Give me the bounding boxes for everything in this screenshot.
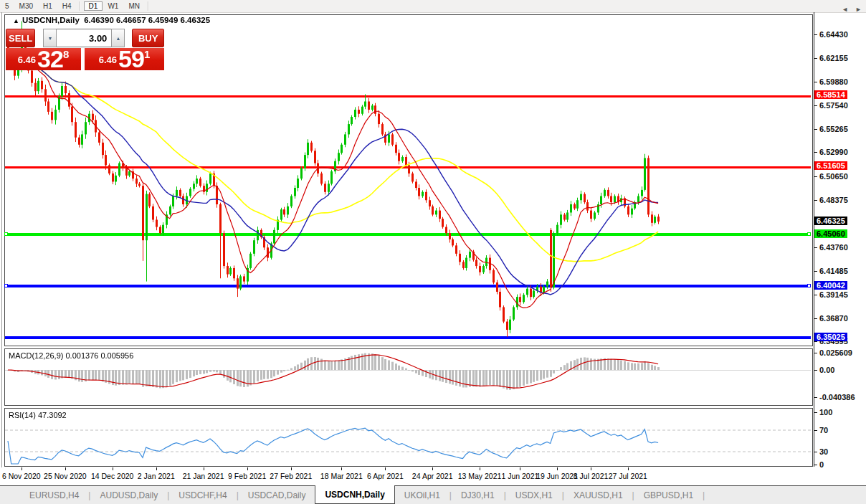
rsi-axis-tick: [814, 412, 817, 413]
level-line-handle[interactable]: [807, 232, 811, 236]
buy-price-pip: 1: [144, 49, 150, 60]
chart-title: ▲USDCNH,Daily 6.46390 6.46657 6.45949 6.…: [13, 16, 210, 24]
sell-button[interactable]: SELL: [6, 29, 35, 47]
toolbar-separator: [148, 1, 149, 11]
chart-tab-audusd[interactable]: AUDUSD,Daily: [90, 486, 167, 504]
sell-price-main: 32: [37, 48, 63, 70]
sell-price-tile[interactable]: 6.46 32 8: [6, 48, 81, 70]
tab-scroll-right-icon[interactable]: ►: [855, 6, 862, 13]
rsi-value: 47.3092: [38, 411, 67, 419]
date-label: 25 Nov 2020: [44, 472, 87, 480]
macd-axis-tick: [814, 370, 817, 371]
rsi-label: RSI(14) 47.3092: [9, 411, 67, 419]
level-line-handle[interactable]: [4, 284, 8, 287]
chart-tab-bar: EURUSD,H4|AUDUSD,Daily|USDCHF,H4|USDCAD,…: [0, 485, 866, 504]
price-tick-label: 6.50650: [819, 172, 848, 181]
price-tick-mark: [814, 200, 817, 201]
timeframe-button-mn[interactable]: MN: [123, 1, 145, 11]
chart-tab-usdcad[interactable]: USDCAD,Daily: [239, 486, 315, 504]
chart-tab-usdx[interactable]: USDX,H1: [506, 486, 562, 504]
timeframe-button-d1[interactable]: D1: [84, 1, 103, 11]
level-line-handle[interactable]: [4, 232, 8, 236]
rsi-name: RSI(14): [9, 411, 36, 419]
tab-separator: |: [703, 486, 705, 504]
rsi-axis-label: 100: [819, 408, 832, 417]
price-tick-label: 6.62155: [819, 54, 848, 62]
chart-tab-usdchf[interactable]: USDCHF,H4: [169, 486, 236, 504]
date-label: 13 May 2021: [458, 472, 502, 480]
rsi-axis-label: 0: [819, 460, 824, 469]
price-tick-mark: [814, 152, 817, 153]
date-tick-mark: [520, 467, 520, 470]
date-tick-mark: [480, 467, 480, 470]
date-label: 18 Mar 2021: [320, 472, 363, 480]
timeframe-button-w1[interactable]: W1: [103, 1, 123, 11]
price-tick-mark: [814, 318, 817, 319]
date-axis[interactable]: 6 Nov 202025 Nov 202014 Dec 20202 Jan 20…: [0, 467, 814, 485]
price-axis-divider: [814, 12, 814, 467]
rsi-axis-tick: [814, 465, 817, 465]
macd-values: 0.001376 0.005956: [65, 351, 133, 360]
window-left-edge: [1, 12, 2, 485]
rsi-axis-tick: [814, 452, 817, 452]
chart-tab-usdcnh[interactable]: USDCNH,Daily: [315, 485, 394, 504]
timeframe-button-h1[interactable]: H1: [38, 1, 57, 11]
timeframe-button-5[interactable]: 5: [0, 1, 14, 11]
price-tick-label: 6.43760: [819, 243, 848, 252]
date-tick-mark: [341, 467, 342, 470]
level-line-handle[interactable]: [807, 284, 811, 287]
rsi-subwindow[interactable]: RSI(14) 47.3092: [4, 408, 813, 467]
price-level-badge: 6.58514: [814, 90, 847, 99]
price-tick-mark: [814, 105, 817, 106]
macd-axis-label: 0.025609: [819, 348, 852, 357]
price-level-badge: 6.51605: [814, 161, 847, 170]
chart-tab-xauusd[interactable]: XAUUSD,H1: [564, 486, 632, 504]
timeframe-button-m30[interactable]: M30: [14, 1, 38, 11]
date-tick-mark: [385, 467, 386, 470]
date-label: 9 Feb 2021: [228, 472, 266, 480]
price-tick-mark: [814, 247, 817, 248]
chart-ohlc-values: 6.46390 6.46657 6.45949 6.46325: [84, 16, 210, 24]
date-tick-mark: [204, 467, 204, 470]
buy-price-main: 59: [118, 48, 144, 70]
date-label: 8 Jul 2021: [574, 472, 608, 480]
rsi-canvas[interactable]: [5, 409, 811, 465]
macd-axis-tick: [814, 353, 817, 353]
price-tick-label: 6.55265: [819, 125, 848, 133]
macd-axis-label: 0.00: [819, 366, 834, 374]
rsi-axis-tick: [814, 430, 817, 431]
chart-tab-eurusd[interactable]: EURUSD,H4: [20, 486, 88, 504]
collapse-triangle-icon[interactable]: ▲: [13, 17, 19, 24]
chart-tab-dj30[interactable]: DJ30,H1: [452, 486, 504, 504]
buy-price-tile[interactable]: 6.46 59 1: [85, 48, 164, 70]
date-label: 2 Jan 2021: [138, 472, 175, 480]
sell-price-prefix: 6.46: [18, 51, 36, 70]
macd-subwindow[interactable]: MACD(12,26,9) 0.001376 0.005956: [4, 348, 813, 406]
terminal-window: 5M30H1H4D1W1MN ▲USDCNH,Daily 6.46390 6.4…: [0, 0, 866, 504]
tab-scroll-left-icon[interactable]: ◄: [842, 6, 848, 13]
date-label: 24 Apr 2021: [412, 472, 453, 480]
macd-name: MACD(12,26,9): [9, 351, 63, 360]
price-tick-label: 6.48375: [819, 196, 848, 204]
chart-tab-gbpusd[interactable]: GBPUSD,H1: [634, 486, 703, 504]
date-label: 6 Apr 2021: [367, 472, 404, 480]
price-tick-mark: [814, 58, 817, 59]
date-label: 27 Feb 2021: [270, 472, 312, 480]
volume-input[interactable]: 3.00: [57, 29, 111, 47]
date-tick-mark: [247, 467, 248, 470]
timeframe-button-h4[interactable]: H4: [57, 1, 77, 11]
price-tick-mark: [814, 176, 817, 177]
date-tick-mark: [65, 467, 66, 470]
chart-tab-ukoil[interactable]: UKOil,H1: [395, 486, 449, 504]
date-label: 14 Dec 2020: [91, 472, 134, 480]
price-tick-label: 6.57540: [819, 101, 848, 110]
toolbar-separator: [80, 1, 81, 11]
date-tick-mark: [156, 467, 157, 470]
macd-axis-label: -0.040386: [819, 393, 855, 401]
price-tick-mark: [814, 295, 817, 295]
date-tick-mark: [591, 467, 591, 470]
tab-scroll-arrows: ◄ ►: [842, 0, 862, 19]
price-tick-mark: [814, 271, 817, 272]
price-tick-label: 6.59880: [819, 77, 848, 86]
date-tick-mark: [113, 467, 113, 470]
